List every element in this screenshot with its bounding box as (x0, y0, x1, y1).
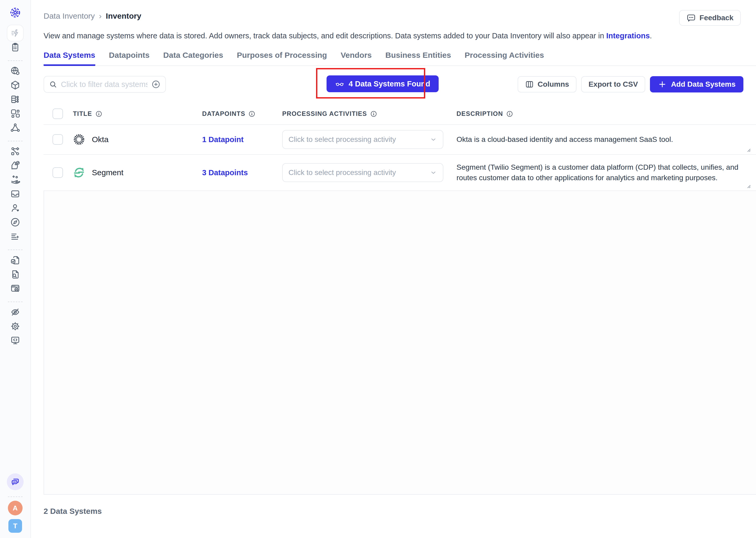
data-systems-table: TITLE DATAPOINTS PROCESSING ACTIVITIES D… (44, 103, 756, 495)
toolbar: 4 Data Systems Found Columns Export to C… (44, 76, 743, 93)
sidebar-divider (8, 249, 23, 250)
export-csv-label: Export to CSV (589, 80, 638, 88)
found-button-label: 4 Data Systems Found (349, 80, 430, 88)
info-icon[interactable] (95, 110, 102, 117)
avatar-a-initial: A (13, 504, 18, 512)
processing-activity-placeholder: Click to select processing activity (289, 135, 396, 144)
processing-activity-select[interactable]: Click to select processing activity (282, 130, 443, 149)
description-textarea[interactable]: Okta is a cloud-based identity and acces… (456, 125, 756, 154)
integrations-link[interactable]: Integrations (606, 31, 650, 40)
hand-offering-icon[interactable] (10, 174, 21, 186)
row-checkbox[interactable] (53, 167, 63, 178)
main-content: Data Inventory › Inventory Feedback View… (31, 0, 756, 538)
data-silos-icon[interactable] (10, 93, 21, 105)
breadcrumb-separator-icon: › (99, 12, 102, 21)
settings-gear-icon[interactable] (10, 320, 21, 332)
globe-data-icon[interactable] (10, 65, 21, 77)
processing-activity-placeholder: Click to select processing activity (289, 168, 396, 177)
tab-business-entities[interactable]: Business Entities (385, 51, 451, 66)
tab-vendors[interactable]: Vendors (341, 51, 372, 66)
filter-input[interactable] (61, 80, 148, 89)
resize-handle-icon[interactable] (746, 147, 751, 152)
network-triangle-icon[interactable] (10, 122, 21, 134)
lightning-quickstart-icon[interactable] (7, 25, 24, 41)
columns-label: Columns (538, 80, 569, 88)
sidebar-divider (8, 60, 23, 61)
thumbs-up-check-icon[interactable] (10, 160, 21, 171)
tab-data-categories[interactable]: Data Categories (163, 51, 223, 66)
person-heart-icon[interactable] (10, 202, 21, 214)
okta-logo (73, 134, 85, 145)
clipboard-list-icon[interactable] (10, 41, 21, 53)
sidebar: A T (0, 0, 31, 538)
chevron-down-icon (430, 169, 437, 176)
feedback-bubble-icon (686, 13, 696, 23)
datapoints-link[interactable]: 1 Datapoint (202, 135, 244, 144)
compass-icon[interactable] (10, 216, 21, 228)
document-check-icon[interactable] (10, 254, 21, 266)
page-description: View and manage systems where data is st… (44, 31, 743, 40)
breadcrumb-parent[interactable]: Data Inventory (44, 12, 95, 21)
info-icon[interactable] (506, 110, 513, 117)
workflow-shapes-icon[interactable] (10, 145, 21, 157)
resize-handle-icon[interactable] (746, 184, 751, 188)
search-icon (49, 80, 57, 88)
description-text: Okta is a cloud-based identity and acces… (456, 134, 673, 145)
page-description-text: View and manage systems where data is st… (44, 31, 606, 40)
chat-bubbles-icon[interactable] (7, 473, 24, 490)
add-filter-icon[interactable] (151, 80, 161, 89)
sidebar-group-privacy (10, 145, 21, 242)
description-textarea[interactable]: Segment (Twilio Segment) is a customer d… (456, 155, 756, 190)
sidebar-divider (8, 141, 23, 141)
tab-purposes-of-processing[interactable]: Purposes of Processing (237, 51, 327, 66)
inbox-tray-icon[interactable] (10, 188, 21, 200)
add-data-systems-label: Add Data Systems (671, 80, 735, 88)
tab-processing-activities[interactable]: Processing Activities (465, 51, 544, 66)
row-title[interactable]: Okta (92, 135, 109, 144)
info-icon[interactable] (248, 110, 256, 117)
apps-grid-icon[interactable] (10, 108, 21, 119)
eye-off-icon[interactable] (10, 306, 21, 318)
description-text: Segment (Twilio Segment) is a customer d… (456, 162, 747, 183)
transcend-logo[interactable] (10, 7, 21, 19)
sidebar-group-inventory (10, 65, 21, 134)
cube-icon[interactable] (10, 79, 21, 91)
avatar-a[interactable]: A (8, 501, 23, 515)
feedback-button[interactable]: Feedback (679, 10, 741, 26)
header-processing-activities-label: PROCESSING ACTIVITIES (282, 110, 367, 117)
sidebar-group-reports (10, 254, 21, 294)
breadcrumb-current: Inventory (106, 12, 141, 21)
glasses-icon (335, 79, 344, 88)
header-title-label: TITLE (73, 110, 92, 117)
info-icon[interactable] (370, 110, 377, 117)
list-sparkle-icon[interactable] (10, 231, 21, 242)
header-datapoints-label: DATAPOINTS (202, 110, 245, 117)
feedback-label: Feedback (699, 14, 733, 22)
avatar-t[interactable]: T (8, 519, 22, 533)
row-title[interactable]: Segment (92, 168, 123, 177)
tab-data-systems[interactable]: Data Systems (44, 51, 95, 66)
header-processing-activities: PROCESSING ACTIVITIES (282, 110, 456, 117)
document-search-icon[interactable] (10, 268, 21, 280)
avatar-t-initial: T (13, 522, 17, 530)
toolbar-actions: Columns Export to CSV Add Data Systems (518, 76, 743, 92)
add-data-systems-button[interactable]: Add Data Systems (650, 76, 743, 92)
sidebar-divider (8, 497, 23, 497)
data-systems-found-button[interactable]: 4 Data Systems Found (327, 76, 439, 92)
sidebar-divider (8, 301, 23, 302)
developer-monitor-icon[interactable] (10, 335, 21, 346)
processing-activity-select[interactable]: Click to select processing activity (282, 163, 443, 182)
header-description-label: DESCRIPTION (456, 110, 503, 117)
export-csv-button[interactable]: Export to CSV (581, 76, 645, 92)
filter-search-box[interactable] (44, 76, 166, 93)
browser-audit-icon[interactable] (10, 283, 21, 294)
row-checkbox[interactable] (53, 134, 63, 145)
columns-button[interactable]: Columns (518, 76, 577, 92)
page-description-period: . (650, 31, 652, 40)
table-row: Segment 3 Datapoints Click to select pro… (44, 154, 756, 190)
select-all-checkbox[interactable] (53, 108, 63, 119)
breadcrumb: Data Inventory › Inventory (44, 0, 743, 21)
datapoints-link[interactable]: 3 Datapoints (202, 168, 248, 177)
tab-datapoints[interactable]: Datapoints (109, 51, 150, 66)
table-row: Okta 1 Datapoint Click to select process… (44, 124, 756, 154)
